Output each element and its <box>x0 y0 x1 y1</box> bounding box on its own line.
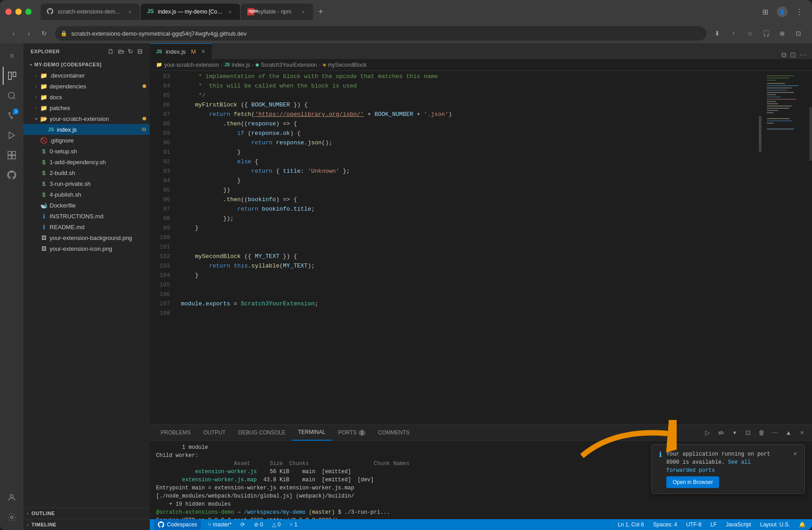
github-sidebar-button[interactable] <box>3 166 21 184</box>
warnings-status[interactable]: △ 0 <box>270 521 282 528</box>
sidebar-item-devcontainer[interactable]: › 📁 .devcontainer <box>23 70 150 81</box>
sidebar-item-gitignore[interactable]: 🚫 .gitignore <box>23 135 150 146</box>
new-terminal-icon[interactable]: ▷ <box>702 427 713 438</box>
terminal-more-icon[interactable]: ⋯ <box>770 427 780 438</box>
refresh-icon[interactable]: ↻ <box>128 48 134 55</box>
split-view-icon[interactable]: ⊡ <box>792 27 805 40</box>
accounts-button[interactable] <box>3 489 21 507</box>
more-actions-icon[interactable]: ⋯ <box>799 51 807 59</box>
tab-3-close-icon[interactable]: × <box>300 8 307 15</box>
collapse-all-icon[interactable]: ⊟ <box>137 48 143 55</box>
browser-tab-2[interactable]: JS index.js — my-demo [Codesp... × <box>141 4 240 20</box>
sidebar-item-dependencies[interactable]: › 📁 dependencies <box>23 81 150 92</box>
editor-scrollbar[interactable] <box>758 71 762 424</box>
tab-1-close-icon[interactable]: × <box>126 8 134 15</box>
ext-worker-js: extension-worker.js <box>195 469 257 475</box>
timeline-header[interactable]: › TIMELINE <box>23 519 150 530</box>
outline-header[interactable]: › OUTLINE <box>23 508 150 519</box>
eol-status[interactable]: LF <box>709 521 719 528</box>
terminal-tab-problems[interactable]: PROBLEMS <box>154 425 197 441</box>
source-control-button[interactable]: 3 <box>3 106 21 124</box>
scrollbar-thumb[interactable] <box>759 116 761 152</box>
tab-2-close-icon[interactable]: × <box>226 8 234 15</box>
maximize-button[interactable] <box>25 9 32 15</box>
download-icon[interactable]: ⬇ <box>711 27 724 40</box>
bookmark-icon[interactable]: ☆ <box>743 27 756 40</box>
share-icon[interactable]: ↑ <box>727 27 740 40</box>
project-root[interactable]: ▾ MY-DEMO [CODESPACES] <box>23 59 150 70</box>
terminal-tab-terminal[interactable]: TERMINAL <box>292 425 332 441</box>
terminal-tab-debug-console[interactable]: DEBUG CONSOLE <box>232 425 292 441</box>
breadcrumb-file[interactable]: JS index.js <box>224 62 250 68</box>
codespace-status[interactable]: Codespaces <box>154 519 201 530</box>
encoding-status[interactable]: UTF-8 <box>684 521 703 528</box>
breadcrumb-method[interactable]: ◈ mySecondBlock <box>323 62 367 68</box>
errors-status[interactable]: ⊘ 0 <box>252 521 265 528</box>
terminal-tab-ports[interactable]: PORTS 1 <box>332 425 372 441</box>
sidebar-item-3-run[interactable]: $ 3-run-private.sh <box>23 178 150 189</box>
breadcrumb-folder[interactable]: 📁 your-scratch-extension <box>156 62 219 68</box>
sync-status[interactable]: ⟳ <box>239 521 247 528</box>
notifications-status[interactable]: 🔔 <box>797 521 807 528</box>
sidebar-item-1-add-dep[interactable]: $ 1-add-dependency.sh <box>23 157 150 167</box>
sidebar-item-instructions[interactable]: ℹ INSTRUCTIONS.md <box>23 211 150 221</box>
terminal-dropdown-icon[interactable]: ▾ <box>729 427 740 438</box>
url-input[interactable] <box>55 26 706 41</box>
sidebar-item-0-setup[interactable]: $ 0-setup.sh <box>23 146 150 157</box>
language-status[interactable]: JavaScript <box>724 521 753 528</box>
editor-tab-close-icon[interactable]: × <box>201 48 205 55</box>
code-line-89: if (response.ok) { <box>175 129 758 138</box>
new-tab-button[interactable]: + <box>314 5 328 18</box>
position-status[interactable]: Ln 1, Col 6 <box>616 521 646 528</box>
split-editor-icon[interactable]: ⊡ <box>790 51 796 59</box>
port-forwarded-link[interactable]: forwarded ports <box>666 467 715 474</box>
maximize-panel-icon[interactable]: ▲ <box>783 427 794 438</box>
editor-tab-indexjs[interactable]: JS index.js M × <box>150 43 212 59</box>
terminal-tab-comments[interactable]: COMMENTS <box>372 425 416 441</box>
ports-status[interactable]: ⑂ 1 <box>288 521 299 528</box>
profile-icon[interactable]: 👤 <box>775 5 789 19</box>
split-terminal-icon[interactable]: ⊡ <box>743 427 753 438</box>
run-debug-button[interactable] <box>3 126 21 144</box>
terminal-tab-output[interactable]: OUTPUT <box>197 425 232 441</box>
search-button[interactable] <box>3 87 21 105</box>
open-preview-icon[interactable]: ⧉ <box>781 51 786 59</box>
code-content[interactable]: * implementation of the block with the o… <box>175 71 758 424</box>
sidebar-item-readme[interactable]: ℹ README.md <box>23 221 150 232</box>
sidebar-item-4-publish[interactable]: $ 4-publish.sh <box>23 189 150 200</box>
sidebar-item-bg-png[interactable]: 🖼 your-extension-background.png <box>23 232 150 243</box>
close-panel-icon[interactable]: × <box>797 427 807 438</box>
extensions-icon[interactable]: ⊞ <box>758 5 772 19</box>
extensions-icon[interactable]: ⊕ <box>776 27 789 40</box>
close-button[interactable] <box>5 9 12 15</box>
hamburger-menu-button[interactable]: ≡ <box>3 47 21 65</box>
extensions-sidebar-button[interactable] <box>3 146 21 164</box>
browser-tab-3[interactable]: npm syllable - npm × <box>241 4 313 20</box>
spaces-status[interactable]: Spaces: 4 <box>651 521 679 528</box>
port-see-all-link[interactable]: See all <box>728 459 751 465</box>
browser-tab-1[interactable]: scratch-extensions-demo/my-... × <box>41 4 140 20</box>
menu-icon[interactable]: ⋮ <box>792 5 807 19</box>
branch-status[interactable]: ⑂ master* <box>206 521 233 528</box>
breadcrumb-class[interactable]: ◆ Scratch3YourExtension <box>255 62 317 68</box>
new-folder-icon[interactable]: 🗁 <box>118 48 125 55</box>
minimize-button[interactable] <box>15 9 22 15</box>
sidebar-item-2-build[interactable]: $ 2-build.sh <box>23 167 150 178</box>
sidebar-item-dockerfile[interactable]: 🐋 Dockerfile <box>23 200 150 211</box>
sidebar-item-icon-png[interactable]: 🖼 your-extension-icon.png <box>23 243 150 254</box>
open-in-browser-button[interactable]: Open in Browser <box>666 476 719 488</box>
forward-button[interactable]: › <box>23 27 35 40</box>
kill-terminal-icon[interactable]: 🗑 <box>756 427 767 438</box>
port-notification-close-icon[interactable]: × <box>794 450 797 458</box>
reload-button[interactable]: ↻ <box>38 27 51 40</box>
headphones-icon[interactable]: 🎧 <box>760 27 772 40</box>
sidebar-item-your-scratch-extension[interactable]: ▾ 📂 your-scratch-extension <box>23 113 150 124</box>
settings-button[interactable] <box>3 508 21 526</box>
back-button[interactable]: ‹ <box>7 27 20 40</box>
sidebar-item-patches[interactable]: › 📁 patches <box>23 102 150 113</box>
new-file-icon[interactable]: 🗋 <box>107 48 114 55</box>
sidebar-item-indexjs[interactable]: JS index.js M <box>23 124 150 135</box>
explorer-button[interactable] <box>3 67 21 85</box>
layout-status[interactable]: Layout: U.S. <box>758 521 792 528</box>
sidebar-item-docs[interactable]: › 📁 docs <box>23 92 150 102</box>
